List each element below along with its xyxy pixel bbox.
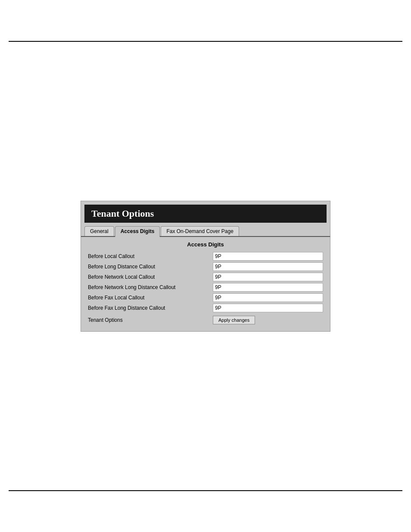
field-row-before-network-local-callout: Before Network Local Callout: [88, 273, 323, 281]
input-before-network-local-callout[interactable]: [213, 273, 323, 281]
apply-changes-button[interactable]: Apply changes: [213, 316, 255, 324]
label-before-local-callout: Before Local Callout: [88, 253, 213, 259]
input-before-network-long-distance-callout[interactable]: [213, 283, 323, 292]
field-row-before-long-distance-callout: Before Long Distance Callout: [88, 262, 323, 271]
top-border: [9, 41, 402, 42]
label-before-fax-local-callout: Before Fax Local Callout: [88, 295, 213, 301]
panel-title: Tenant Options: [84, 205, 327, 223]
section-title: Access Digits: [88, 241, 323, 248]
field-row-before-network-long-distance-callout: Before Network Long Distance Callout: [88, 283, 323, 292]
field-row-before-local-callout: Before Local Callout: [88, 252, 323, 261]
tenant-options-panel: Tenant Options General Access Digits Fax…: [81, 201, 330, 332]
label-before-network-local-callout: Before Network Local Callout: [88, 274, 213, 280]
tab-general[interactable]: General: [84, 226, 114, 236]
input-before-long-distance-callout[interactable]: [213, 262, 323, 271]
tabs-row: General Access Digits Fax On-Demand Cove…: [81, 223, 330, 237]
tab-access-digits[interactable]: Access Digits: [115, 226, 160, 237]
tab-content: Access Digits Before Local Callout Befor…: [81, 237, 330, 331]
apply-label: Tenant Options: [88, 317, 213, 323]
field-row-before-fax-local-callout: Before Fax Local Callout: [88, 293, 323, 302]
label-before-fax-long-distance-callout: Before Fax Long Distance Callout: [88, 305, 213, 311]
field-row-before-fax-long-distance-callout: Before Fax Long Distance Callout: [88, 304, 323, 312]
input-before-fax-long-distance-callout[interactable]: [213, 304, 323, 312]
input-before-local-callout[interactable]: [213, 252, 323, 261]
page-content: Tenant Options General Access Digits Fax…: [0, 47, 411, 485]
tab-fax-on-demand[interactable]: Fax On-Demand Cover Page: [161, 226, 239, 236]
bottom-border: [9, 490, 402, 491]
label-before-long-distance-callout: Before Long Distance Callout: [88, 264, 213, 270]
apply-row: Tenant Options Apply changes: [88, 316, 323, 324]
input-before-fax-local-callout[interactable]: [213, 293, 323, 302]
label-before-network-long-distance-callout: Before Network Long Distance Callout: [88, 284, 213, 290]
